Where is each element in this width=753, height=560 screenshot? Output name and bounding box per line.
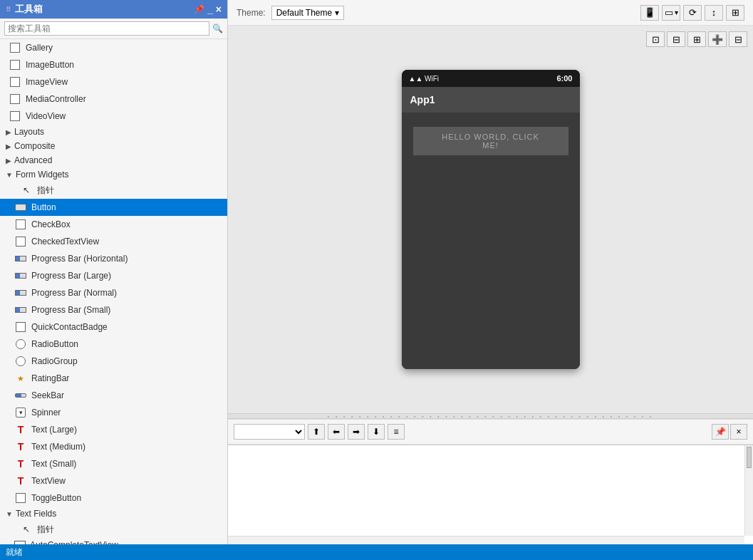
content-area: Theme: Default Theme ▾ 📱 ▭ ▾ ⟳ ↕ ⊞ — [228, 0, 753, 544]
category-layouts[interactable]: ▶ Layouts — [0, 125, 227, 139]
category-form-widgets[interactable]: ▼ Form Widgets — [0, 167, 227, 182]
composite-arrow: ▶ — [6, 142, 11, 150]
radiobutton-icon — [14, 338, 27, 351]
align-bottom-button[interactable]: ⬇ — [368, 424, 385, 440]
scrollbar-thumb[interactable] — [747, 447, 752, 468]
phone-hello-button[interactable]: HELLO WORLD, CLICK ME! — [413, 127, 568, 155]
tool-label: TextView — [31, 476, 66, 486]
toolbox-minimize-button[interactable]: _ — [207, 4, 213, 15]
preview-remove-button[interactable]: ⊟ — [729, 31, 747, 47]
list-item[interactable]: T Text (Medium) — [0, 438, 227, 455]
preview-controls: ⊡ ⊟ ⊞ ➕ ⊟ — [646, 31, 747, 47]
tool-label: Text (Small) — [31, 459, 76, 469]
layouts-label: Layouts — [14, 127, 44, 137]
list-item[interactable]: Progress Bar (Horizontal) — [0, 250, 227, 267]
pin-panel-button[interactable]: 📌 — [712, 424, 729, 440]
toolbox-controls: 📌 _ × — [194, 4, 222, 15]
category-advanced[interactable]: ▶ Advanced — [0, 153, 227, 167]
seekbar-icon — [14, 389, 27, 402]
advanced-label: Advanced — [14, 155, 52, 165]
preview-add-button[interactable]: ➕ — [708, 31, 727, 47]
list-item[interactable]: MediaController — [0, 90, 227, 108]
list-item-button[interactable]: Button — [0, 199, 227, 216]
toolbox-pin-button[interactable]: 📌 — [194, 4, 204, 14]
phone-signal: ▲▲ WiFi — [409, 75, 440, 83]
theme-dropdown[interactable]: Default Theme ▾ — [271, 6, 345, 20]
horizontal-scrollbar[interactable] — [228, 536, 744, 544]
preview-collapse-button[interactable]: ⊟ — [667, 31, 685, 47]
text-large-icon: T — [14, 423, 27, 436]
list-item[interactable]: RadioButton — [0, 336, 227, 353]
toolbox-panel: ⠿ 工具箱 📌 _ × 🔍 Gallery — [0, 0, 228, 544]
list-item[interactable]: CheckBox — [0, 216, 227, 233]
tablet-view-button[interactable]: ▭ ▾ — [662, 5, 680, 21]
rotate-button[interactable]: ⟳ — [683, 5, 702, 21]
resize-handle[interactable]: • • • • • • • • • • • • • • • • • • • • … — [228, 413, 753, 419]
imagebutton-icon — [9, 58, 21, 71]
tool-label: Progress Bar (Horizontal) — [31, 254, 128, 264]
preview-fit-button[interactable]: ⊡ — [646, 31, 665, 47]
list-item[interactable]: ImageButton — [0, 56, 227, 73]
list-item[interactable]: ↖ 指针 — [0, 521, 227, 538]
distribute-button[interactable]: ≡ — [388, 424, 405, 440]
category-text-fields[interactable]: ▼ Text Fields — [0, 507, 227, 521]
tool-label: Gallery — [26, 43, 53, 53]
align-center-button[interactable]: ⬅ — [328, 424, 345, 440]
phone-view-button[interactable]: 📱 — [640, 5, 659, 21]
theme-dropdown-arrow: ▾ — [335, 8, 339, 18]
tool-label: ImageView — [26, 77, 68, 87]
list-item[interactable]: CheckedTextView — [0, 233, 227, 250]
zoom-button[interactable]: ↕ — [705, 5, 723, 21]
list-item[interactable]: Progress Bar (Small) — [0, 301, 227, 318]
list-item[interactable]: ↖ 指针 — [0, 182, 227, 199]
list-item[interactable]: VideoView — [0, 108, 227, 125]
toolbox-drag-handle: ⠿ — [6, 6, 11, 14]
vertical-scrollbar[interactable] — [744, 445, 753, 536]
list-item[interactable]: SeekBar — [0, 387, 227, 404]
list-item[interactable]: ToggleButton — [0, 489, 227, 507]
format-dropdown[interactable] — [234, 424, 305, 440]
list-item[interactable]: AutoCompleteTextView — [0, 538, 227, 544]
progressbar-horizontal-icon — [14, 252, 27, 265]
toolbox-close-button[interactable]: × — [216, 4, 222, 15]
tool-label: 指针 — [37, 185, 54, 197]
list-item[interactable]: Gallery — [0, 39, 227, 56]
layouts-arrow: ▶ — [6, 128, 11, 136]
list-item[interactable]: ImageView — [0, 73, 227, 90]
align-right-button[interactable]: ➡ — [348, 424, 365, 440]
form-widgets-arrow: ▼ — [6, 171, 13, 179]
align-left-button[interactable]: ⬆ — [308, 424, 325, 440]
tool-label: RatingBar — [31, 373, 69, 383]
tool-label: Progress Bar (Normal) — [31, 288, 117, 298]
list-item[interactable]: T Text (Large) — [0, 421, 227, 438]
form-widgets-label: Form Widgets — [16, 170, 69, 180]
close-panel-button[interactable]: × — [730, 424, 747, 440]
button-icon — [14, 201, 27, 214]
list-item[interactable]: QuickContactBadge — [0, 318, 227, 336]
phone-preview: ▲▲ WiFi 6:00 App1 HELLO WORLD, CLICK ME! — [402, 70, 580, 369]
phone-app-bar: App1 — [402, 87, 580, 113]
list-item[interactable]: ★ RatingBar — [0, 370, 227, 387]
tool-label: 指针 — [37, 524, 54, 536]
list-item[interactable]: RadioGroup — [0, 353, 227, 370]
category-composite[interactable]: ▶ Composite — [0, 139, 227, 153]
progressbar-normal-icon — [14, 286, 27, 299]
list-item[interactable]: ▾ Spinner — [0, 404, 227, 421]
bottom-panel — [228, 445, 753, 544]
theme-bar: Theme: Default Theme ▾ 📱 ▭ ▾ ⟳ ↕ ⊞ — [228, 0, 753, 26]
preview-area: ⊡ ⊟ ⊞ ➕ ⊟ ▲▲ WiFi 6:00 App1 H — [228, 26, 753, 413]
search-input[interactable] — [4, 21, 209, 36]
tool-label: VideoView — [26, 111, 66, 121]
list-item[interactable]: T TextView — [0, 472, 227, 489]
list-item[interactable]: Progress Bar (Normal) — [0, 284, 227, 301]
tool-label: Spinner — [31, 408, 61, 418]
toolbox-list: Gallery ImageButton ImageView MediaContr… — [0, 39, 227, 544]
list-item[interactable]: T Text (Small) — [0, 455, 227, 472]
phone-status-bar: ▲▲ WiFi 6:00 — [402, 70, 580, 87]
list-item[interactable]: Progress Bar (Large) — [0, 267, 227, 284]
radiogroup-icon — [14, 355, 27, 368]
grid-button[interactable]: ⊞ — [726, 5, 744, 21]
status-text: 就绪 — [6, 546, 23, 559]
search-icon[interactable]: 🔍 — [212, 24, 223, 33]
preview-expand-button[interactable]: ⊞ — [687, 31, 706, 47]
